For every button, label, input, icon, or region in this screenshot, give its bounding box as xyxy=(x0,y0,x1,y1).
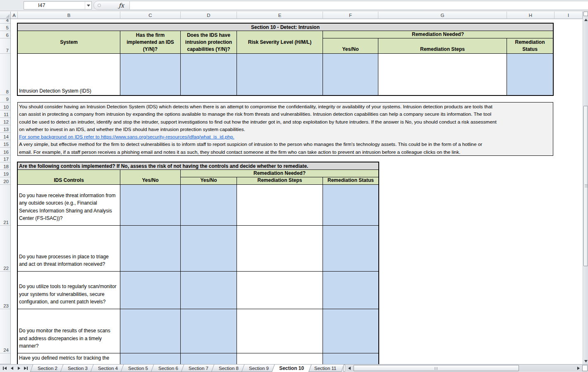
sheet-tab-section-4[interactable]: Section 4 xyxy=(91,365,126,372)
answer-cell[interactable] xyxy=(323,226,378,272)
sans-org-link[interactable]: For some background on IDS refer to http… xyxy=(19,133,553,141)
row-header-24[interactable]: 24 xyxy=(0,309,10,353)
row-header-partial[interactable] xyxy=(0,353,10,364)
split-handle[interactable] xyxy=(583,12,588,16)
row-header-18[interactable]: 18 xyxy=(0,162,10,170)
row-header-23[interactable]: 23 xyxy=(0,272,10,309)
row-header-11[interactable]: 11 xyxy=(0,110,10,118)
answer-cell[interactable] xyxy=(181,54,237,95)
tab-nav-buttons xyxy=(0,365,30,372)
row-header-21[interactable]: 21 xyxy=(0,185,10,226)
formula-options-icon[interactable] xyxy=(98,4,101,7)
answer-cell[interactable] xyxy=(237,353,323,364)
answer-cell[interactable] xyxy=(181,226,237,272)
row-header-8[interactable]: 8 xyxy=(0,54,10,95)
row-header-20[interactable]: 20 xyxy=(0,177,10,185)
answer-cell[interactable] xyxy=(237,54,323,95)
sheet-tab-section-5[interactable]: Section 5 xyxy=(121,365,156,372)
vertical-scrollbar[interactable] xyxy=(583,12,588,364)
row-header-5[interactable]: 5 xyxy=(0,24,10,31)
section-title: Section 10 - Detect: Intrusion xyxy=(18,24,553,31)
scroll-up-icon[interactable] xyxy=(583,17,588,23)
answer-cell[interactable] xyxy=(378,54,507,95)
column-header-c[interactable]: C xyxy=(120,12,181,19)
row-header-14[interactable]: 14 xyxy=(0,133,10,140)
row-header-15[interactable]: 15 xyxy=(0,140,10,148)
row-header-22[interactable]: 22 xyxy=(0,226,10,272)
tab-split-handle[interactable] xyxy=(343,365,345,372)
select-all-button[interactable] xyxy=(0,12,11,19)
row-header-12[interactable]: 12 xyxy=(0,118,10,125)
row-header-17[interactable]: 17 xyxy=(0,155,10,162)
question-cell: Have you defined metrics for tracking th… xyxy=(18,353,120,364)
name-box-dropdown-icon[interactable] xyxy=(85,2,91,9)
answer-cell[interactable] xyxy=(237,226,323,272)
answer-cell[interactable] xyxy=(507,54,553,95)
split-handle[interactable] xyxy=(582,365,588,371)
answer-cell[interactable] xyxy=(323,272,378,309)
sheet-tabs: Section 2Section 3Section 4Section 5Sect… xyxy=(33,365,342,372)
horizontal-scrollbar[interactable] xyxy=(346,365,588,372)
row-header-7[interactable]: 7 xyxy=(0,38,10,54)
tab-prev-button[interactable] xyxy=(8,365,15,372)
column-header-g[interactable]: G xyxy=(378,12,507,19)
row-header-13[interactable]: 13 xyxy=(0,125,10,133)
answer-cell[interactable] xyxy=(120,353,181,364)
vertical-scrollbar-thumb[interactable] xyxy=(583,106,588,266)
scroll-left-icon[interactable] xyxy=(346,365,352,372)
sheet-tab-section-6[interactable]: Section 6 xyxy=(151,365,186,372)
column-header-b[interactable]: B xyxy=(18,12,120,19)
horizontal-scrollbar-thumb[interactable] xyxy=(354,365,519,371)
insert-function-icon[interactable]: ƒx xyxy=(119,2,124,9)
column-header-a[interactable]: A xyxy=(11,12,18,19)
answer-cell[interactable] xyxy=(120,54,181,95)
answer-cell[interactable] xyxy=(237,309,323,353)
answer-cell[interactable] xyxy=(120,185,181,226)
tab-first-button[interactable] xyxy=(1,365,8,372)
column-header-f[interactable]: F xyxy=(323,12,378,19)
answer-cell[interactable] xyxy=(120,272,181,309)
sheet-tab-section-11[interactable]: Section 11 xyxy=(306,365,344,372)
answer-cell[interactable] xyxy=(181,185,237,226)
answer-cell[interactable] xyxy=(237,272,323,309)
answer-cell[interactable] xyxy=(181,272,237,309)
question-cell: Do you have processes in place to triage… xyxy=(18,226,120,272)
row-header-9[interactable]: 9 xyxy=(0,95,10,103)
col-header-yes-no: Yes/No xyxy=(181,177,237,185)
answer-cell[interactable] xyxy=(323,309,378,353)
column-header-i[interactable]: I xyxy=(555,12,583,19)
answer-cell[interactable] xyxy=(323,185,378,226)
question-cell: Do you monitor the results of these scan… xyxy=(18,309,120,353)
column-header-h[interactable]: H xyxy=(507,12,555,19)
controls-prompt: Are the following controls implemented? … xyxy=(18,162,378,170)
column-header-e[interactable]: E xyxy=(237,12,323,19)
sheet-tab-section-7[interactable]: Section 7 xyxy=(181,365,216,372)
sheet-tab-section-8[interactable]: Section 8 xyxy=(211,365,246,372)
answer-cell[interactable] xyxy=(181,353,237,364)
answer-cell[interactable] xyxy=(120,226,181,272)
name-box[interactable]: I47 xyxy=(24,1,92,10)
answer-cell[interactable] xyxy=(120,309,181,353)
row-header-4[interactable]: 4 xyxy=(0,19,10,24)
scroll-down-icon[interactable] xyxy=(583,358,588,364)
formula-input[interactable] xyxy=(130,1,588,10)
info-line: email. For example, if a staff person re… xyxy=(19,148,553,156)
row-header-16[interactable]: 16 xyxy=(0,148,10,155)
answer-cell[interactable] xyxy=(237,185,323,226)
answer-cell[interactable] xyxy=(323,54,378,95)
sheet-tab-section-2[interactable]: Section 2 xyxy=(30,365,65,372)
sheet-tab-section-10[interactable]: Section 10 xyxy=(271,365,311,372)
row-header-19[interactable]: 19 xyxy=(0,170,10,177)
sheet-tab-section-9[interactable]: Section 9 xyxy=(241,365,276,372)
column-header-d[interactable]: D xyxy=(181,12,237,19)
answer-cell[interactable] xyxy=(181,309,237,353)
tab-last-button[interactable] xyxy=(22,365,29,372)
row-header-10[interactable]: 10 xyxy=(0,103,10,110)
answer-cell[interactable] xyxy=(323,353,378,364)
row-header-6[interactable]: 6 xyxy=(0,31,10,38)
sheet-tab-section-3[interactable]: Section 3 xyxy=(60,365,96,372)
col-header-yes-no: Yes/No xyxy=(323,38,378,54)
tab-next-button[interactable] xyxy=(15,365,22,372)
scroll-right-icon[interactable] xyxy=(575,365,581,372)
col-header-yes-no: Yes/No xyxy=(120,170,181,185)
